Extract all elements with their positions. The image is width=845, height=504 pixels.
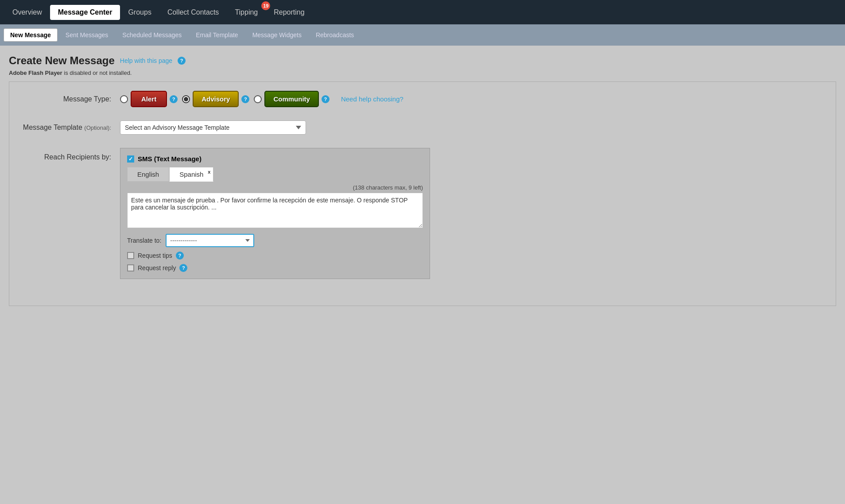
advisory-type-option[interactable]: Advisory ? [182,91,249,107]
template-select[interactable]: Select an Advisory Message Template [120,120,306,135]
page-title: Create New Message [9,54,115,67]
nav-collect-contacts[interactable]: Collect Contacts [159,5,227,20]
advisory-help-icon[interactable]: ? [241,95,249,103]
translate-select[interactable]: ------------- [166,234,254,247]
nav-message-center[interactable]: Message Center [50,5,120,20]
advisory-button[interactable]: Advisory [193,91,239,107]
recipients-box: SMS (Text Message) English Spanish x (13… [120,148,430,279]
translate-label: Translate to: [127,237,161,244]
tab-spanish[interactable]: Spanish x [169,167,213,182]
tab-message-widgets[interactable]: Message Widgets [246,29,308,41]
top-nav: Overview Message Center Groups Collect C… [0,0,845,24]
nav-tipping[interactable]: Tipping 19 [227,5,266,20]
community-help-icon[interactable]: ? [322,95,329,103]
help-icon[interactable]: ? [178,57,186,65]
page-title-row: Create New Message Help with this page ? [9,54,836,67]
nav-overview[interactable]: Overview [4,5,50,20]
request-tips-row: Request tips ? [127,252,423,260]
form-card: Message Type: Alert ? Advisory ? Commu [9,81,836,306]
flash-notice-bold: Adobe Flash Player [9,70,62,76]
request-reply-label: Request reply [138,264,176,271]
help-link[interactable]: Help with this page [120,57,172,64]
alert-help-icon[interactable]: ? [170,95,178,103]
nav-groups[interactable]: Groups [120,5,159,20]
message-type-options: Alert ? Advisory ? Community ? Need help… [120,91,403,107]
request-tips-help-icon[interactable]: ? [176,252,184,260]
community-type-option[interactable]: Community ? [254,91,329,107]
request-reply-checkbox[interactable] [127,264,134,271]
request-tips-label: Request tips [138,252,172,259]
message-textarea[interactable] [127,193,423,228]
message-type-label: Message Type: [23,95,120,103]
main-content: Create New Message Help with this page ?… [0,46,845,504]
advisory-radio[interactable] [182,95,190,103]
translate-row: Translate to: ------------- [127,234,423,247]
template-optional: (Optional): [84,124,111,131]
sms-checkbox[interactable] [127,155,134,163]
request-tips-checkbox[interactable] [127,252,134,259]
request-reply-row: Request reply ? [127,264,423,272]
tab-scheduled-messages[interactable]: Scheduled Messages [116,29,188,41]
template-row: Message Template (Optional): Select an A… [23,120,822,135]
template-label: Message Template (Optional): [23,124,120,132]
need-help-link[interactable]: Need help choosing? [341,95,403,103]
flash-notice: Adobe Flash Player is disabled or not in… [9,70,836,76]
tab-sent-messages[interactable]: Sent Messages [59,29,115,41]
alert-type-option[interactable]: Alert ? [120,91,178,107]
community-radio[interactable] [254,95,262,103]
alert-button[interactable]: Alert [131,91,167,107]
tab-new-message[interactable]: New Message [4,28,58,42]
nav-reporting[interactable]: Reporting [266,5,312,20]
sub-nav: New Message Sent Messages Scheduled Mess… [0,24,845,46]
message-type-row: Message Type: Alert ? Advisory ? Commu [23,91,822,107]
tipping-badge: 19 [261,1,270,10]
tab-email-template[interactable]: Email Template [190,29,244,41]
flash-notice-suffix: is disabled or not installed. [62,70,132,76]
alert-radio[interactable] [120,95,128,103]
sms-label: SMS (Text Message) [138,155,202,163]
recipients-row: Reach Recipients by: SMS (Text Message) … [23,148,822,279]
sms-checkbox-row: SMS (Text Message) [127,155,423,163]
community-button[interactable]: Community [264,91,319,107]
tab-english[interactable]: English [127,167,169,182]
char-count: (138 characters max, 9 left) [127,184,423,191]
request-reply-help-icon[interactable]: ? [179,264,187,272]
tab-spanish-close[interactable]: x [208,169,210,174]
recipients-label: Reach Recipients by: [23,148,120,161]
tab-rebroadcasts[interactable]: Rebroadcasts [310,29,360,41]
language-tabs: English Spanish x [127,167,423,182]
